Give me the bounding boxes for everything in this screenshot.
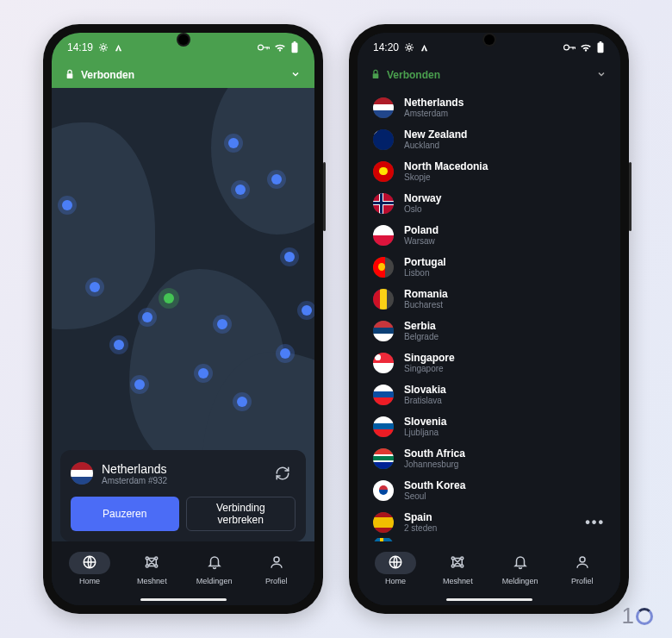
connected-country: Netherlands [102, 462, 167, 476]
profile-icon [269, 554, 284, 572]
country-sub: Seoul [404, 491, 465, 501]
country-row[interactable]: South AfricaJohannesburg [358, 442, 620, 474]
map-node[interactable] [235, 185, 246, 195]
flag-icon-rs [373, 321, 394, 341]
map-node[interactable] [228, 138, 239, 148]
status-wifi-icon [274, 42, 286, 53]
connection-header[interactable]: Verbonden [358, 62, 620, 88]
country-sub: Bucharest [404, 300, 448, 310]
svg-rect-20 [600, 41, 602, 43]
map-node[interactable] [62, 200, 72, 210]
country-row[interactable]: NetherlandsAmsterdam [358, 91, 620, 123]
country-name: Singapore [404, 352, 455, 364]
country-sub: Bratislava [404, 396, 446, 405]
device-right: 14:20 [349, 24, 629, 614]
svg-point-24 [461, 557, 464, 560]
flag-icon-ro [373, 289, 394, 310]
country-row[interactable]: SerbiaBelgrade [358, 315, 620, 347]
nav-label: Meldingen [196, 577, 233, 585]
mesh-icon [144, 554, 159, 572]
flag-icon-si [373, 416, 394, 437]
status-battery-icon [290, 41, 299, 53]
country-row[interactable]: NorwayOslo [358, 187, 620, 219]
nav-label: Meldingen [502, 577, 538, 585]
country-name: Poland [404, 224, 439, 236]
map-node[interactable] [237, 397, 247, 407]
map-node-active[interactable] [164, 293, 174, 303]
mesh-icon [450, 554, 465, 572]
nav-profile[interactable]: Profiel [246, 548, 308, 589]
map-node[interactable] [284, 252, 295, 262]
map-node[interactable] [114, 340, 124, 350]
status-wifi-icon [580, 42, 592, 53]
country-name: Netherlands [404, 97, 464, 109]
flag-icon-sk [373, 385, 394, 405]
connection-header[interactable]: Verbonden [52, 62, 314, 88]
country-row[interactable]: Spain2 steden••• [358, 506, 620, 538]
gesture-home-indicator [446, 598, 532, 601]
flag-icon-pt [373, 257, 394, 278]
country-sub: Belgrade [404, 332, 439, 341]
status-app-icon [404, 42, 414, 53]
svg-rect-21 [373, 73, 379, 78]
svg-point-26 [461, 565, 464, 567]
svg-rect-5 [292, 42, 298, 53]
country-row[interactable]: SingaporeSingapore [358, 347, 620, 378]
country-sub: Amsterdam [404, 109, 464, 118]
nav-label: Profiel [571, 577, 594, 585]
country-row[interactable]: New ZealandAuckland [358, 123, 620, 155]
country-sub: Ljubljana [404, 428, 446, 437]
map-node[interactable] [134, 379, 145, 390]
country-name: North Macedonia [404, 160, 488, 172]
svg-rect-19 [598, 42, 604, 53]
country-sub: 2 steden [404, 523, 437, 533]
bottom-nav: Home Meshnet Meldingen Profiel [358, 541, 620, 605]
connection-card: Netherlands Amsterdam #932 Pauzeren Verb… [60, 450, 306, 541]
nav-home[interactable]: Home [59, 548, 121, 589]
map-node[interactable] [142, 312, 152, 322]
svg-point-14 [408, 46, 411, 49]
globe-icon [82, 554, 97, 572]
svg-rect-4 [269, 47, 270, 48]
map-node[interactable] [217, 319, 227, 329]
country-name: South Korea [404, 479, 465, 491]
country-row[interactable]: PortugalLisbon [358, 251, 620, 283]
more-icon[interactable]: ••• [585, 515, 605, 530]
country-row[interactable]: North MacedoniaSkopje [358, 155, 620, 187]
svg-rect-16 [569, 47, 575, 47]
device-left: 14:19 [43, 24, 323, 614]
nav-profile[interactable]: Profiel [551, 548, 613, 589]
nav-notifications[interactable]: Meldingen [489, 548, 551, 589]
nav-home[interactable]: Home [364, 548, 426, 589]
country-row[interactable]: SlovakiaBratislava [358, 378, 620, 410]
svg-point-13 [274, 557, 279, 562]
country-row[interactable]: RomaniaBucharest [358, 283, 620, 315]
country-row[interactable]: SloveniaLjubljana [358, 410, 620, 442]
status-battery-icon [596, 41, 605, 53]
pause-button[interactable]: Pauzeren [71, 497, 179, 531]
map-node[interactable] [302, 305, 312, 316]
map-node[interactable] [271, 174, 282, 185]
country-sub: Auckland [404, 141, 467, 150]
flag-icon-sg [373, 353, 394, 373]
reconnect-button[interactable] [270, 460, 296, 486]
svg-point-0 [102, 46, 105, 49]
map-node[interactable] [280, 348, 290, 359]
disconnect-button[interactable]: Verbinding verbreken [186, 497, 296, 531]
svg-point-27 [580, 557, 585, 562]
nav-notifications[interactable]: Meldingen [184, 548, 246, 589]
flag-icon-pl [373, 225, 394, 246]
status-key-icon [258, 43, 270, 52]
nav-meshnet[interactable]: Meshnet [121, 548, 183, 589]
map-node[interactable] [90, 282, 100, 292]
country-row[interactable]: PolandWarsaw [358, 219, 620, 251]
country-name: Norway [404, 192, 441, 204]
lock-icon [371, 69, 380, 82]
svg-point-9 [146, 557, 149, 560]
nav-meshnet[interactable]: Meshnet [426, 548, 488, 589]
connected-server: Amsterdam #932 [102, 476, 167, 485]
country-row[interactable]: South KoreaSeoul [358, 474, 620, 506]
svg-point-1 [258, 45, 264, 50]
map-node[interactable] [198, 368, 208, 378]
country-list[interactable]: NetherlandsAmsterdamNew ZealandAucklandN… [358, 88, 620, 541]
